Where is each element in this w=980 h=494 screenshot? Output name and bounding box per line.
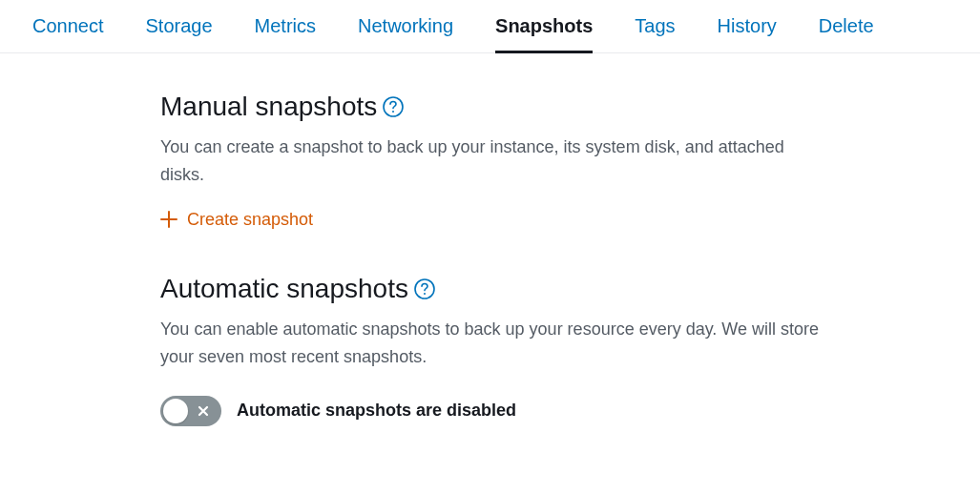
- automatic-toggle-row: Automatic snapshots are disabled: [160, 396, 826, 426]
- manual-snapshots-title: Manual snapshots: [160, 92, 826, 122]
- tab-connect[interactable]: Connect: [32, 15, 104, 53]
- help-icon[interactable]: [383, 96, 404, 117]
- svg-point-1: [392, 111, 394, 113]
- create-snapshot-label: Create snapshot: [187, 210, 313, 230]
- tab-networking[interactable]: Networking: [358, 15, 453, 53]
- snapshots-panel: Manual snapshots You can create a snapsh…: [0, 53, 859, 426]
- tab-history[interactable]: History: [718, 15, 777, 53]
- manual-title-text: Manual snapshots: [160, 92, 377, 122]
- automatic-toggle-label: Automatic snapshots are disabled: [237, 401, 516, 421]
- plus-icon: [160, 211, 177, 228]
- tab-delete[interactable]: Delete: [819, 15, 874, 53]
- tab-storage[interactable]: Storage: [146, 15, 213, 53]
- create-snapshot-button[interactable]: Create snapshot: [160, 210, 313, 230]
- manual-snapshots-section: Manual snapshots You can create a snapsh…: [160, 92, 826, 232]
- tab-metrics[interactable]: Metrics: [255, 15, 316, 53]
- tab-tags[interactable]: Tags: [635, 15, 675, 53]
- tab-bar: Connect Storage Metrics Networking Snaps…: [0, 0, 980, 53]
- manual-snapshots-desc: You can create a snapshot to back up you…: [160, 134, 826, 189]
- svg-point-3: [424, 293, 426, 295]
- automatic-snapshots-desc: You can enable automatic snapshots to ba…: [160, 316, 826, 371]
- automatic-snapshots-title: Automatic snapshots: [160, 274, 826, 304]
- automatic-title-text: Automatic snapshots: [160, 274, 408, 304]
- automatic-snapshots-toggle[interactable]: [160, 396, 221, 426]
- x-icon: [197, 404, 210, 418]
- tab-snapshots[interactable]: Snapshots: [495, 15, 593, 53]
- toggle-knob: [163, 399, 188, 423]
- automatic-snapshots-section: Automatic snapshots You can enable autom…: [160, 274, 826, 426]
- help-icon[interactable]: [414, 278, 435, 299]
